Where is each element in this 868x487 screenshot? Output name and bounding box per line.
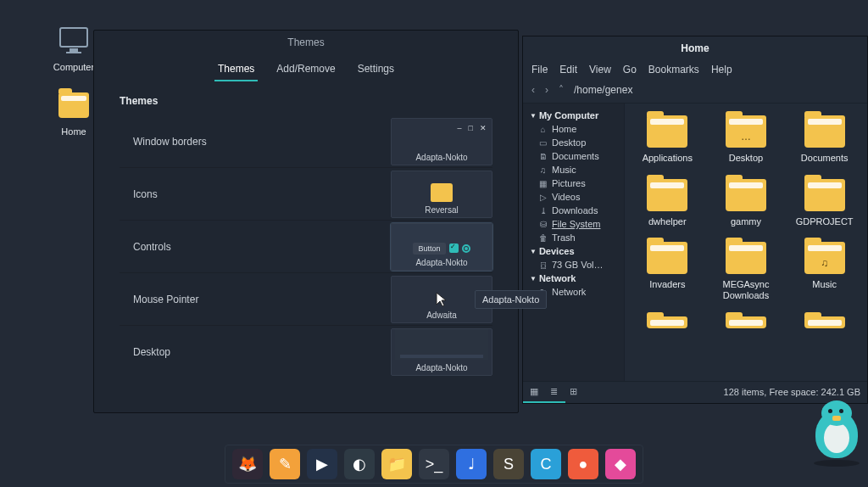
sidebar-item-icon: ⛁: [538, 220, 548, 229]
folder-invaders[interactable]: Invaders: [632, 242, 704, 300]
sidebar-section[interactable]: ▼ My Computer: [526, 109, 620, 122]
view-compact-button[interactable]: ⊞: [570, 386, 577, 397]
theme-preview-desktop[interactable]: Adapta-Nokto: [391, 328, 492, 376]
sidebar-item-home[interactable]: ⌂Home: [526, 122, 620, 136]
sidebar-item-73-gb-vol-[interactable]: ⌼73 GB Vol…: [526, 258, 620, 271]
accent-underline: [523, 401, 565, 403]
sidebar-item-icon: ▭: [538, 138, 548, 148]
themes-window: Themes Themes Add/Remove Settings Themes…: [93, 30, 519, 413]
theme-row-desktop[interactable]: Desktop Adapta-Nokto: [120, 326, 492, 378]
folder-applications[interactable]: Applications: [632, 115, 704, 164]
nav-up-button[interactable]: ˄: [559, 84, 564, 96]
desktop-icon-label: Computer: [53, 62, 94, 72]
sidebar-item-videos[interactable]: ▷Videos: [526, 190, 620, 204]
sidebar-item-file-system[interactable]: ⛁File System: [526, 217, 620, 231]
theme-row-mouse-pointer[interactable]: Mouse Pointer Adwaita: [120, 273, 492, 326]
theme-row-icons[interactable]: Icons Reversal: [120, 168, 492, 221]
folder-label: GDPROJECT: [796, 216, 854, 227]
folder-gammy[interactable]: gammy: [710, 179, 782, 227]
dock-app-sublime[interactable]: S: [493, 449, 524, 479]
folder-gdproject[interactable]: GDPROJECT: [788, 179, 860, 227]
theme-row-label: Desktop: [120, 346, 264, 358]
folder-icon: [647, 316, 687, 328]
desktop-icon-label: Home: [61, 126, 86, 137]
theme-preview-icons[interactable]: Reversal: [391, 171, 492, 218]
sidebar-item-desktop[interactable]: ▭Desktop: [526, 136, 620, 149]
theme-row-label: Icons: [120, 188, 264, 200]
tab-themes[interactable]: Themes: [214, 58, 258, 81]
sidebar-section[interactable]: ▼ Devices: [526, 244, 620, 258]
folder-documents[interactable]: Documents: [788, 115, 860, 164]
folder-icon: [431, 183, 453, 202]
dock-app-video[interactable]: ▶: [307, 449, 337, 479]
dock-app-code[interactable]: C: [531, 449, 561, 479]
menu-edit[interactable]: Edit: [559, 64, 577, 76]
folder-icon: [647, 179, 687, 211]
folder-label: Applications: [643, 153, 693, 164]
dock-app-monitor[interactable]: ◐: [344, 449, 375, 479]
theme-row-window-borders[interactable]: Window borders –□✕ Adapta-Nokto: [120, 115, 492, 168]
theme-row-controls[interactable]: Controls Button Adapta-Nokto: [120, 221, 492, 273]
folder-label: dwhelper: [648, 216, 687, 227]
folder-desktop[interactable]: …Desktop: [710, 115, 782, 164]
view-list-button[interactable]: ≣: [550, 386, 558, 397]
window-controls-icon: –□✕: [458, 124, 487, 132]
menu-go[interactable]: Go: [623, 64, 637, 76]
sidebar-item-icon: ⤓: [538, 206, 548, 216]
folder-icon: [726, 179, 766, 211]
nav-back-button[interactable]: ‹: [531, 84, 535, 96]
theme-row-label: Window borders: [120, 136, 264, 148]
tab-add-remove[interactable]: Add/Remove: [273, 58, 338, 81]
folder-dwhelper[interactable]: dwhelper: [632, 179, 704, 227]
tooltip: Adapta-Nokto: [475, 290, 547, 309]
dock-app-notes[interactable]: ✎: [270, 449, 300, 479]
folder-partial[interactable]: [788, 316, 860, 328]
sidebar-item-trash[interactable]: 🗑Trash: [526, 231, 620, 244]
sidebar-item-icon: ⌼: [538, 260, 548, 270]
file-manager-content: Applications…DesktopDocumentsdwhelpergam…: [625, 104, 867, 381]
folder-partial[interactable]: [710, 316, 782, 328]
sidebar-item-documents[interactable]: 🗎Documents: [526, 149, 620, 163]
radio-icon: [462, 244, 470, 253]
theme-preview-controls[interactable]: Button Adapta-Nokto: [391, 223, 492, 271]
dock-app-firefox[interactable]: 🦊: [232, 449, 263, 479]
menu-bookmarks[interactable]: Bookmarks: [648, 64, 699, 76]
sidebar-item-music[interactable]: ♫Music: [526, 163, 620, 176]
file-manager-toolbar: ‹ › ˄ /home/genex: [523, 81, 867, 104]
dock-app-joplin[interactable]: ♩: [456, 449, 487, 479]
sidebar-item-pictures[interactable]: ▦Pictures: [526, 176, 620, 190]
folder-icon: [804, 316, 845, 328]
sidebar-item-downloads[interactable]: ⤓Downloads: [526, 204, 620, 217]
folder-megasync-downloads[interactable]: MEGAsync Downloads: [710, 242, 782, 300]
folder-icon: …: [726, 115, 766, 148]
penguin-mascot: [810, 399, 863, 465]
sample-button: Button: [413, 243, 445, 255]
path-bar[interactable]: /home/genex: [574, 84, 632, 96]
dock: 🦊✎▶◐📁>_♩SC●◆: [225, 445, 643, 484]
file-manager-menubar: File Edit View Go Bookmarks Help: [523, 60, 867, 81]
dock-app-recorder[interactable]: ●: [568, 449, 598, 479]
folder-label: MEGAsync Downloads: [712, 279, 780, 300]
folder-music[interactable]: ♫Music: [788, 242, 860, 300]
folder-icon: [647, 115, 687, 148]
tab-settings[interactable]: Settings: [354, 58, 398, 81]
view-icons-button[interactable]: ▦: [530, 386, 538, 397]
folder-icon: [804, 179, 845, 211]
sidebar-item-icon: ▷: [538, 193, 548, 202]
menu-help[interactable]: Help: [711, 64, 732, 76]
dock-app-app-pink[interactable]: ◆: [605, 449, 636, 479]
menu-file[interactable]: File: [531, 64, 548, 76]
sidebar-section[interactable]: ▼ Network: [526, 271, 620, 285]
dock-app-files[interactable]: 📁: [381, 449, 412, 479]
file-manager-sidebar: ▼ My Computer⌂Home▭Desktop🗎Documents♫Mus…: [523, 104, 625, 381]
folder-icon: [57, 88, 91, 122]
menu-view[interactable]: View: [589, 64, 611, 76]
sidebar-item-icon: 🗑: [538, 233, 548, 243]
nav-forward-button[interactable]: ›: [545, 84, 548, 96]
sidebar-item-icon: ▦: [538, 179, 548, 188]
folder-partial[interactable]: [632, 316, 704, 328]
sidebar-item-icon: ♫: [538, 165, 548, 175]
dock-app-terminal[interactable]: >_: [419, 449, 449, 479]
status-text: 128 items, Free space: 242.1 GB: [724, 387, 860, 397]
theme-preview-window-borders[interactable]: –□✕ Adapta-Nokto: [391, 118, 492, 165]
